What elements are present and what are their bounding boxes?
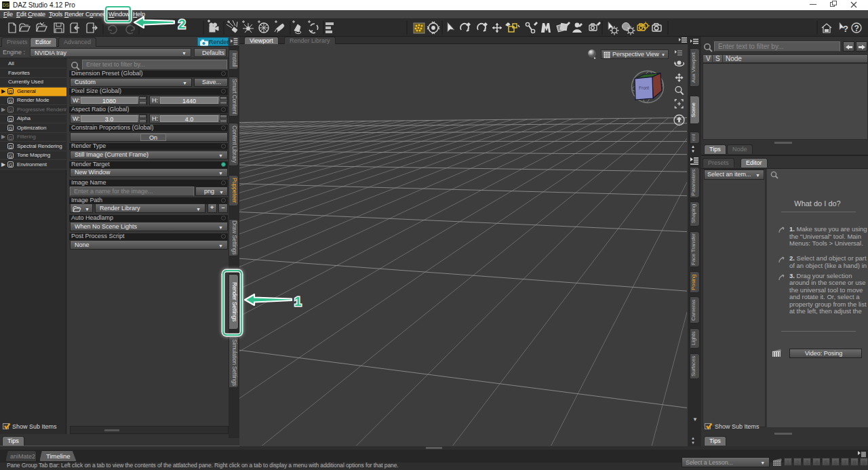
svg-text:1: 1 bbox=[294, 294, 302, 309]
svg-text:?: ? bbox=[854, 24, 859, 33]
svg-text:Front: Front bbox=[639, 85, 649, 90]
svg-text:2: 2 bbox=[178, 17, 186, 31]
svg-text:?: ? bbox=[843, 24, 848, 34]
